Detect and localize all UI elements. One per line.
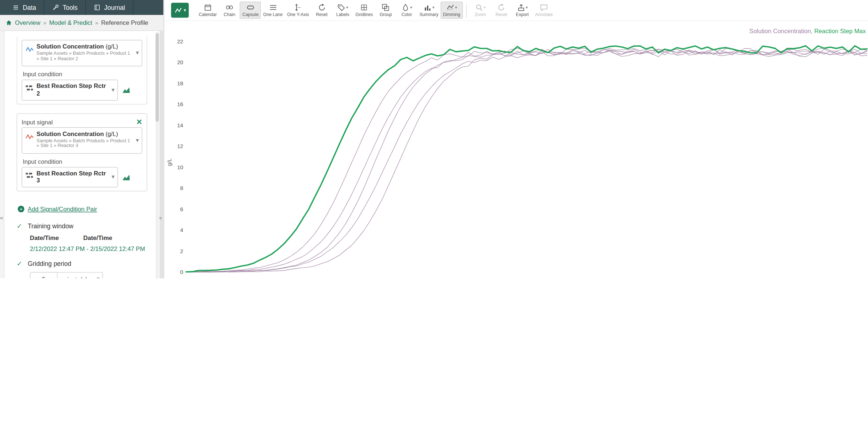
toolbar-button-chain[interactable]: Chain (219, 2, 240, 19)
signal-icon (26, 46, 34, 53)
svg-text:0: 0 (180, 269, 183, 275)
signal-name: Solution Concentration (37, 43, 104, 50)
chevron-down-icon: ▾ (136, 49, 139, 57)
input-signal-select[interactable]: Solution Concentration (g/L) Sample Asse… (22, 127, 142, 154)
chevron-down-icon: ▾ (136, 136, 139, 144)
svg-text:8: 8 (180, 185, 183, 191)
condition-name: Best Reaction Step Rctr 2 (37, 82, 106, 97)
tab-data[interactable]: Data (4, 0, 45, 15)
trend-chart-svg[interactable]: 0.000:301h1:302h2:303h3:304h4:305h5:306h… (164, 21, 868, 278)
input-condition-select[interactable]: Best Reaction Step Rctr 3 ▾ (22, 167, 118, 187)
gridding-period-label: Gridding period (28, 260, 71, 267)
legend-item-solution-concentration[interactable]: Solution Concentration, (749, 28, 812, 34)
toolbar-separator (466, 3, 467, 17)
tool-form: Solution Concentration (g/L) Sample Asse… (4, 31, 159, 278)
input-signal-label: Input signal (22, 119, 53, 125)
tab-tools[interactable]: Tools (45, 0, 86, 15)
datetime-col-label: Date/Time (30, 235, 59, 241)
seeq-workbench: Data Tools Journal Overview » Model & Pr… (0, 0, 868, 278)
signal-condition-pair-1: Solution Concentration (g/L) Sample Asse… (16, 36, 147, 104)
tab-journal[interactable]: Journal (86, 0, 133, 15)
toolbar-button-group[interactable]: Group (375, 2, 396, 19)
toolbar-button-summary[interactable]: ▾ Summary (417, 2, 441, 19)
toolbar-button-export[interactable]: ▾ Export (512, 2, 533, 19)
toolbar-button-capsule[interactable]: Capsule (240, 2, 261, 19)
signal-condition-pair-2: Input signal ✕ Solution Concentration (g… (16, 113, 147, 191)
remove-pair-icon[interactable]: ✕ (136, 119, 142, 125)
panel-tabbar: Data Tools Journal (0, 0, 163, 15)
plus-icon: + (18, 206, 24, 212)
home-icon[interactable] (5, 19, 12, 26)
summary-icon (424, 3, 432, 12)
svg-text:18: 18 (177, 80, 183, 86)
signal-name: Solution Concentration (37, 130, 104, 137)
trend-toolbar: ▾ Calendar Chain Capsule One Lane One Y-… (164, 0, 868, 21)
toolbar-button-color[interactable]: ▾ Color (396, 2, 417, 19)
breadcrumb-separator: » (43, 19, 46, 26)
signal-unit: (g/L) (106, 43, 118, 50)
capsule-icon (246, 3, 255, 12)
color-droplet-icon (401, 3, 410, 12)
labels-icon (337, 3, 346, 12)
tab-label: Tools (63, 4, 78, 11)
input-signal-select[interactable]: Solution Concentration (g/L) Sample Asse… (22, 40, 142, 66)
signal-asset-path: Sample Assets » Batch Products » Product… (37, 51, 132, 62)
condition-chart-icon[interactable] (122, 174, 130, 181)
breadcrumb-separator: » (95, 19, 98, 26)
svg-text:16: 16 (177, 101, 183, 107)
breadcrumb: Overview » Model & Predict » Reference P… (0, 15, 163, 31)
export-icon (517, 3, 525, 12)
svg-text:20: 20 (177, 59, 183, 65)
gridding-unit-select[interactable]: minute(s) ▾ (58, 272, 103, 278)
training-end[interactable]: 2/15/2022 12:47 PM (90, 245, 145, 252)
trend-chart[interactable]: 0.000:301h1:302h2:303h3:304h4:305h5:306h… (164, 21, 868, 278)
journal-icon (93, 4, 101, 11)
breadcrumb-overview[interactable]: Overview (15, 19, 40, 26)
datetime-col-label: Date/Time (83, 235, 112, 241)
breadcrumb-current: Reference Profile (101, 19, 148, 26)
legend-item-reaction-step-max[interactable]: Reaction Step Max (814, 28, 866, 34)
chevron-down-icon: ▾ (111, 173, 114, 181)
svg-text:6: 6 (180, 206, 183, 212)
input-condition-select[interactable]: Best Reaction Step Rctr 2 ▾ (22, 80, 118, 100)
chevron-down-icon: ▾ (111, 86, 114, 93)
left-rail (0, 31, 4, 278)
toolbar-button-calendar[interactable]: Calendar (196, 2, 219, 19)
y-axis-label: g/L (166, 158, 172, 166)
training-start[interactable]: 2/12/2022 12:47 PM (30, 245, 85, 252)
toolbar-button-one-lane[interactable]: One Lane (261, 2, 285, 19)
condition-chart-icon[interactable] (122, 86, 130, 94)
svg-text:22: 22 (177, 38, 183, 44)
toolbar-button-dimming[interactable]: ▾ Dimming (441, 2, 463, 19)
dimming-icon (446, 3, 455, 12)
condition-icon (26, 85, 33, 92)
input-condition-label: Input condition (23, 158, 142, 164)
wrench-icon (52, 4, 60, 11)
add-signal-condition-pair-link[interactable]: + Add Signal/Condition Pair (18, 206, 148, 212)
one-lane-icon (269, 3, 277, 12)
toolbar-button-reset-zoom: Reset (491, 2, 512, 19)
check-icon: ✓ (16, 222, 22, 230)
group-icon (382, 3, 390, 12)
toolbar-button-one-y-axis[interactable]: One Y-Axis (285, 2, 311, 19)
toolbar-button-labels[interactable]: ▾ Labels (332, 2, 353, 19)
annotate-icon (540, 3, 548, 12)
trend-icon (174, 6, 183, 14)
one-y-axis-icon (294, 3, 302, 12)
view-mode-dropdown[interactable]: ▾ (171, 3, 189, 18)
breadcrumb-model-predict[interactable]: Model & Predict (49, 19, 92, 26)
svg-text:12: 12 (177, 143, 183, 149)
gridlines-icon (360, 3, 368, 12)
svg-text:4: 4 (180, 227, 183, 233)
tab-label: Data (23, 4, 36, 11)
svg-text:2: 2 (180, 248, 183, 254)
panel-scrollbar[interactable] (156, 32, 159, 278)
toolbar-button-gridlines[interactable]: Gridlines (353, 2, 375, 19)
toolbar-button-reset[interactable]: Reset (311, 2, 332, 19)
gridding-value-input[interactable] (30, 272, 58, 278)
reset-icon (318, 3, 326, 12)
training-window-range[interactable]: 2/12/2022 12:47 PM - 2/15/2022 12:47 PM (30, 245, 147, 252)
signal-unit: (g/L) (106, 130, 118, 137)
chevron-down-icon: ▾ (184, 8, 186, 13)
reference-profile-tool-panel: Solution Concentration (g/L) Sample Asse… (4, 31, 159, 278)
